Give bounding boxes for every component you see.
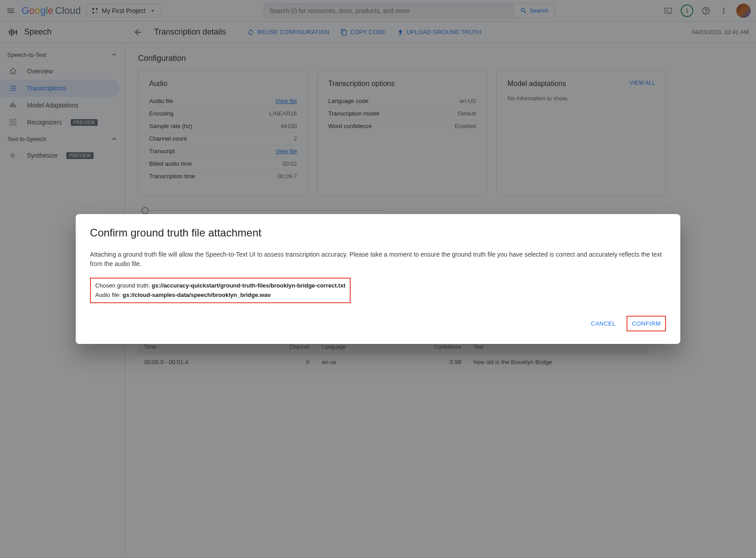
modal-title: Confirm ground truth file attachment [90, 227, 666, 239]
modal-overlay: Confirm ground truth file attachment Att… [0, 0, 756, 558]
confirm-modal: Confirm ground truth file attachment Att… [76, 214, 680, 344]
ground-truth-path: gs://accuracy-quickstart/ground-truth-fi… [152, 282, 346, 289]
cancel-button[interactable]: CANCEL [586, 316, 620, 331]
modal-body: Attaching a ground truth file will allow… [90, 250, 666, 269]
confirm-button[interactable]: CONFIRM [627, 316, 666, 331]
file-info-box: Chosen ground truth: gs://accuracy-quick… [90, 278, 351, 304]
audio-file-path: gs://cloud-samples-data/speech/brooklyn_… [123, 292, 271, 298]
